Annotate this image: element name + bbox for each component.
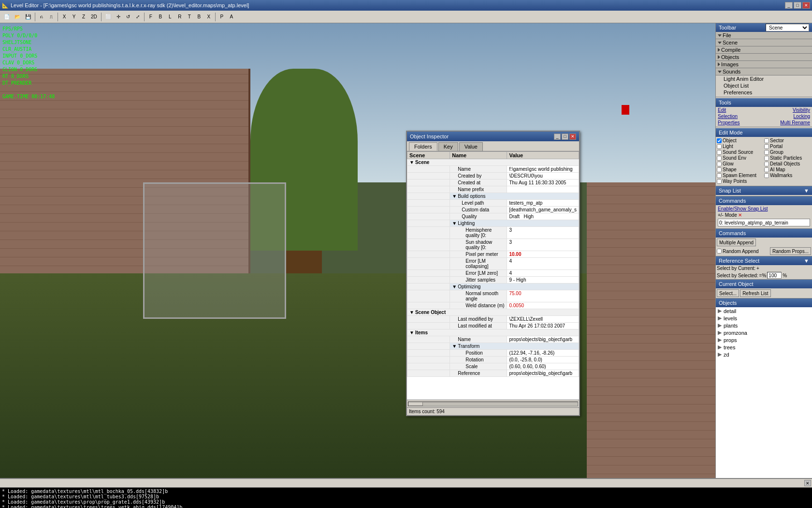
command-input[interactable] [718,219,810,226]
random-append-check[interactable]: Random Append [717,247,759,255]
edit-wallmarks-check[interactable] [764,173,769,178]
random-props-button[interactable]: Random Props... [770,247,811,255]
images-section-header[interactable]: Images [716,61,812,68]
edit-portal[interactable]: Portal [764,144,811,149]
edit-spawn-element-check[interactable] [717,173,722,178]
tab-folders[interactable]: Folders [409,142,437,151]
edit-way-points-check[interactable] [717,179,722,184]
tree-item-trees[interactable]: ▶ trees [716,344,812,351]
compile-section-header[interactable]: Compile [716,46,812,53]
lighting-row[interactable]: ▼ Lighting [407,220,579,227]
tree-item-levels[interactable]: ▶ levels [716,314,812,322]
build-options-row[interactable]: ▼ Build options [407,193,579,200]
visibility-label[interactable]: Visibility [793,107,810,113]
multiple-append-button[interactable]: Multiple Append [717,239,756,246]
toolbar-b[interactable]: B [156,12,165,22]
edit-glow[interactable]: Glow [717,161,764,166]
scene-dropdown[interactable]: Scene [766,24,809,31]
tree-item-props[interactable]: ▶ props [716,336,812,344]
edit-sound-env[interactable]: Sound Env [717,155,764,161]
toolbar-rotate[interactable]: ↺ [124,12,132,22]
select-percent-input[interactable] [767,272,782,279]
tab-key[interactable]: Key [438,142,458,151]
edit-label[interactable]: Edit [718,107,726,113]
properties-label[interactable]: Properties [718,120,740,125]
edit-shape-check[interactable] [717,167,722,172]
toolbar-t[interactable]: T [185,12,194,22]
edit-portal-check[interactable] [764,144,769,149]
multi-rename-label[interactable]: Multi Rename [780,120,810,125]
viewport[interactable]: FPS/RPS POLY 0/D/0/0 SHELJTSONE CLR_AUST… [0,23,715,478]
select-by-current-btn[interactable]: + [756,266,759,271]
selection-label[interactable]: Selection [718,114,738,119]
toolbar-f[interactable]: F [146,12,155,22]
oi-minimize[interactable]: _ [554,134,561,140]
objects-section-header[interactable]: Objects [716,54,812,60]
snap-list-dropdown[interactable]: ▼ [804,188,809,194]
oi-content[interactable]: Scene Name Value ▼ Scene [407,151,579,400]
close-button[interactable]: ✕ [802,2,810,9]
toolbar-y[interactable]: Y [70,12,78,22]
toolbar-new[interactable]: 📄 [2,12,12,22]
tab-value[interactable]: Value [459,142,483,151]
toolbar-select[interactable]: ⬜ [103,12,113,22]
edit-detail-objects-check[interactable] [764,162,769,166]
toolbar-scale[interactable]: ⤢ [133,12,142,22]
scene-object-row[interactable]: ▼ Scene Object [407,309,579,316]
edit-static-particles[interactable]: Static Particles [764,155,811,161]
locking-label[interactable]: Locking [794,114,810,119]
edit-way-points[interactable]: Way Points [717,179,764,184]
edit-glow-check[interactable] [717,162,722,166]
edit-spawn-element[interactable]: Spawn Element [717,173,764,178]
edit-light-check[interactable] [717,144,722,149]
toolbar-a[interactable]: A [227,12,236,22]
enable-snap-label[interactable]: Enable/Show Snap List [718,206,768,211]
edit-wallmarks[interactable]: Wallmarks [764,173,811,178]
oi-scrollbar-thumb[interactable] [408,402,423,406]
toolbar-move[interactable]: ✛ [114,12,123,22]
optimizing-row[interactable]: ▼ Optimizing [407,284,579,290]
edit-detail-objects[interactable]: Detail Objects [764,161,811,166]
edit-sound-source-check[interactable] [717,150,722,155]
toolbar-r[interactable]: R [175,12,184,22]
console-close-button[interactable]: ✕ [804,480,811,486]
minimize-button[interactable]: _ [785,2,793,9]
mode-x-button[interactable]: ✕ [738,212,742,218]
edit-group-check[interactable] [764,150,769,155]
tree-item-promzona[interactable]: ▶ promzona [716,329,812,336]
edit-sound-env-check[interactable] [717,156,722,161]
ref-select-dropdown[interactable]: ▼ [804,258,809,264]
edit-sound-source[interactable]: Sound Source [717,149,764,155]
oi-scrollbar-track[interactable] [408,402,578,406]
items-row[interactable]: ▼ Items [407,329,579,336]
tree-item-detail[interactable]: ▶ detail [716,307,812,314]
light-anim-editor-item[interactable]: Light Anim Editor [716,75,812,82]
toolbar-x2[interactable]: X [204,12,213,22]
refresh-list-button[interactable]: Refresh List [740,289,770,297]
edit-object-check[interactable] [717,138,722,143]
oi-maximize[interactable]: □ [562,134,568,140]
toolbar-p[interactable]: P [218,12,226,22]
edit-group[interactable]: Group [764,149,811,155]
preferences-item[interactable]: Preferences [716,89,812,96]
toolbar-z[interactable]: Z [79,12,88,22]
edit-ai-map-check[interactable] [764,167,769,172]
oi-close[interactable]: ✕ [569,134,576,140]
tree-item-zd[interactable]: ▶ zd [716,351,812,358]
toolbar-b2[interactable]: B [195,12,203,22]
edit-static-particles-check[interactable] [764,156,769,161]
edit-ai-map[interactable]: AI Map [764,167,811,172]
edit-shape[interactable]: Shape [717,167,764,172]
sounds-section-header[interactable]: Sounds [716,68,812,75]
toolbar-2d[interactable]: 2D [89,12,99,22]
edit-sector[interactable]: Sector [764,138,811,143]
toolbar-open[interactable]: 📂 [13,12,22,22]
transform-row[interactable]: ▼ Transform [407,343,579,350]
toolbar-x[interactable]: X [60,12,69,22]
file-section-header[interactable]: File [716,32,812,39]
select-button[interactable]: Select... [717,289,739,297]
toolbar-save[interactable]: 💾 [23,12,33,22]
edit-light[interactable]: Light [717,144,764,149]
scene-row[interactable]: ▼ Scene [407,159,579,166]
edit-object[interactable]: Object [717,138,764,143]
